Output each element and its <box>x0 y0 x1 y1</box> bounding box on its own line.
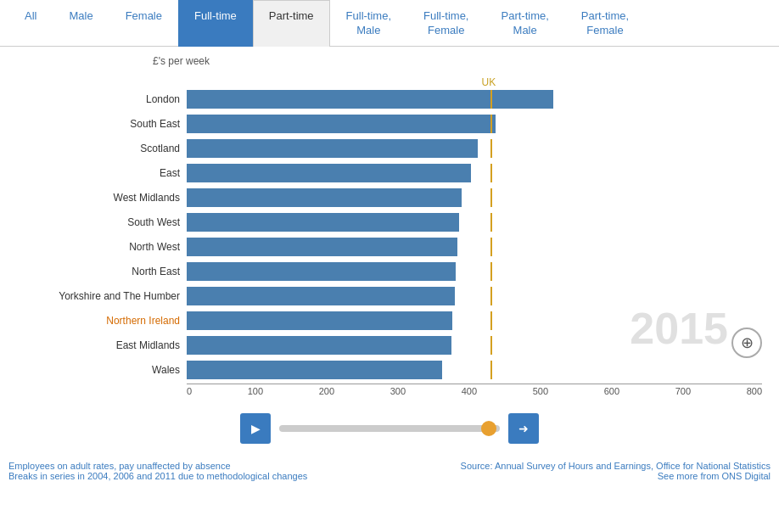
bar-row: Wales <box>17 359 762 381</box>
chart-container: £'s per week UK LondonSouth EastScotland… <box>0 47 779 405</box>
bars-container: LondonSouth EastScotlandEastWest Midland… <box>17 88 762 381</box>
bar-label: Yorkshire and The Humber <box>17 290 187 302</box>
bar-label: East <box>17 167 187 179</box>
zoom-icon[interactable]: ⊕ <box>731 328 762 358</box>
bar-fill <box>187 188 462 207</box>
bar-track <box>187 139 628 158</box>
x-tick: 400 <box>462 386 477 396</box>
uk-label: UK <box>482 76 496 88</box>
arrow-button[interactable]: ➜ <box>508 413 539 444</box>
bar-label: London <box>17 93 187 105</box>
x-tick: 600 <box>604 386 619 396</box>
tab-parttime-female[interactable]: Part-time, Female <box>565 0 645 47</box>
uk-reference-line <box>490 311 492 330</box>
tab-fulltime-male[interactable]: Full-time, Male <box>330 0 407 47</box>
footer-right: Source: Annual Survey of Hours and Earni… <box>461 461 771 481</box>
tabs-row: AllMaleFemaleFull-timePart-timeFull-time… <box>0 0 779 47</box>
bar-track <box>187 361 628 379</box>
x-tick: 100 <box>248 386 263 396</box>
uk-reference-line <box>490 287 492 305</box>
bar-label: East Midlands <box>17 339 187 351</box>
bar-row: Northern Ireland <box>17 310 762 332</box>
bar-track <box>187 213 628 232</box>
bar-label: West Midlands <box>17 192 187 204</box>
x-tick: 700 <box>675 386 691 396</box>
uk-reference-line <box>490 188 492 207</box>
bar-track <box>187 188 628 207</box>
bar-fill <box>187 115 496 133</box>
bar-track <box>187 287 628 305</box>
bar-fill <box>187 164 471 182</box>
bar-fill <box>187 336 451 355</box>
x-tick: 500 <box>533 386 548 396</box>
bar-row: South West <box>17 211 762 233</box>
bar-row: Yorkshire and The Humber <box>17 285 762 307</box>
bar-track <box>187 115 628 133</box>
bar-label: South West <box>17 216 187 228</box>
bar-label: North West <box>17 241 187 253</box>
footer-left: Employees on adult rates, pay unaffected… <box>8 461 307 481</box>
y-axis-label: £'s per week <box>153 55 762 67</box>
tab-parttime-male[interactable]: Part-time, Male <box>485 0 564 47</box>
bar-row: London <box>17 88 762 110</box>
tab-parttime[interactable]: Part-time <box>253 0 330 47</box>
bar-label: South East <box>17 118 187 130</box>
bar-row: North West <box>17 236 762 258</box>
bar-label: Northern Ireland <box>17 315 187 327</box>
x-tick: 0 <box>187 386 192 396</box>
bar-fill <box>187 139 478 158</box>
uk-reference-line <box>490 238 492 256</box>
controls: ▶ ➜ <box>0 405 779 456</box>
play-button[interactable]: ▶ <box>240 413 271 444</box>
tab-female[interactable]: Female <box>109 0 178 47</box>
bar-track <box>187 262 628 281</box>
x-tick: 300 <box>390 386 406 396</box>
timeline-slider[interactable] <box>279 425 500 432</box>
bar-fill <box>187 90 553 109</box>
tab-fulltime-female[interactable]: Full-time, Female <box>407 0 485 47</box>
x-ticks: 0100200300400500600700800 <box>187 384 762 396</box>
x-tick: 200 <box>319 386 334 396</box>
uk-reference-line <box>490 164 492 182</box>
footer-left-line2: Breaks in series in 2004, 2006 and 2011 … <box>8 471 307 481</box>
bar-track <box>187 164 628 182</box>
footer: Employees on adult rates, pay unaffected… <box>0 456 779 490</box>
bar-row: Scotland <box>17 137 762 160</box>
bar-row: West Midlands <box>17 187 762 209</box>
bar-track <box>187 311 628 330</box>
bar-fill <box>187 361 442 379</box>
bar-track <box>187 90 628 109</box>
footer-right-line1: Source: Annual Survey of Hours and Earni… <box>461 461 771 471</box>
bar-fill <box>187 262 456 281</box>
bar-row: East Midlands <box>17 334 762 356</box>
bar-label: Scotland <box>17 143 187 154</box>
tabs-container: AllMaleFemaleFull-timePart-timeFull-time… <box>0 0 779 47</box>
tab-male[interactable]: Male <box>53 0 109 47</box>
uk-reference-line <box>490 361 492 379</box>
bar-row: East <box>17 162 762 184</box>
bar-fill <box>187 238 457 256</box>
bar-track <box>187 238 628 256</box>
uk-reference-line <box>490 115 492 133</box>
uk-reference-line <box>490 336 492 355</box>
tab-fulltime[interactable]: Full-time <box>178 0 253 47</box>
footer-right-line2: See more from ONS Digital <box>461 471 771 481</box>
bar-track <box>187 336 628 355</box>
bar-label: Wales <box>17 364 187 376</box>
uk-reference-line <box>490 262 492 281</box>
uk-reference-line <box>490 213 492 232</box>
bar-label: North East <box>17 266 187 277</box>
bar-row: South East <box>17 113 762 135</box>
slider-thumb[interactable] <box>481 421 496 436</box>
footer-left-line1: Employees on adult rates, pay unaffected… <box>8 461 307 471</box>
bar-fill <box>187 213 459 232</box>
bar-fill <box>187 287 455 305</box>
uk-reference-line <box>490 139 492 158</box>
chart-bars-wrapper: UK LondonSouth EastScotlandEastWest Midl… <box>17 71 762 396</box>
tab-all[interactable]: All <box>8 0 53 47</box>
bar-row: North East <box>17 260 762 283</box>
x-tick: 800 <box>747 386 762 396</box>
uk-reference-line <box>490 90 492 109</box>
bar-fill <box>187 311 452 330</box>
